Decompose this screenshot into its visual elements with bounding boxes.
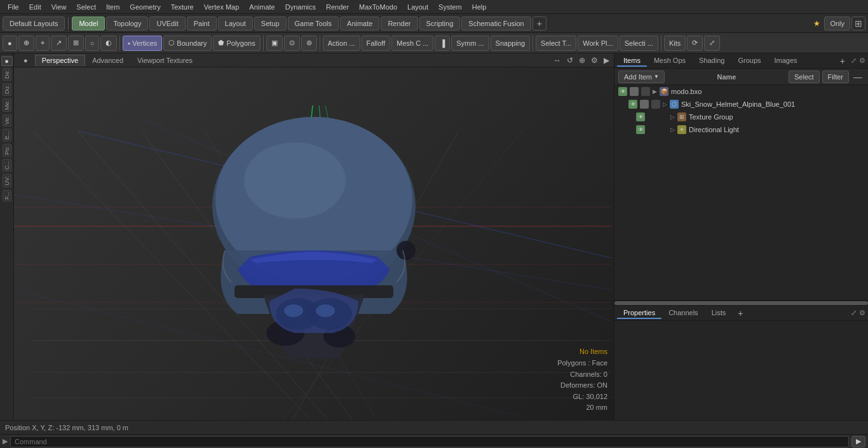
items-tab-items[interactable]: Items <box>617 55 647 67</box>
tab-schematic-fusion[interactable]: Schematic Fusion <box>461 17 531 31</box>
item-render[interactable] <box>651 100 660 109</box>
item-visibility[interactable]: 👁 <box>618 87 627 96</box>
menu-item-select[interactable]: Select <box>71 2 101 12</box>
list-item[interactable]: 👁 ▷ ⬡ Ski_Snow_Helmet_Alpina_Blue_001 <box>625 98 868 111</box>
menu-item-dynamics[interactable]: Dynamics <box>280 2 321 12</box>
props-tab-lists[interactable]: Lists <box>705 308 733 319</box>
list-item[interactable]: 👁 ▷ ⊞ Texture Group <box>632 111 868 123</box>
work-plane-button[interactable]: Work Pl... <box>578 36 618 51</box>
select-tool-button[interactable]: Select T... <box>536 36 576 51</box>
vp-tab-textures[interactable]: Viewport Textures <box>130 55 200 66</box>
mode-crosshair[interactable]: ⊕ <box>18 36 34 51</box>
props-settings-icon[interactable]: ⚙ <box>859 309 865 317</box>
mode-grid[interactable]: ⊞ <box>68 36 84 51</box>
falloff-button[interactable]: Falloff <box>362 36 391 51</box>
add-props-tab[interactable]: + <box>735 308 745 318</box>
vp-ctrl-move[interactable]: ↔ <box>552 55 563 65</box>
add-tab-button[interactable]: + <box>532 17 546 31</box>
tab-animate[interactable]: Animate <box>340 17 379 31</box>
items-list[interactable]: 👁 ▶ 📦 modo.bxo 👁 ▷ ⬡ Ski_Snow_Helmet_Alp… <box>614 85 868 300</box>
vp-ctrl-zoom[interactable]: ⊕ <box>577 55 587 65</box>
tab-scripting[interactable]: Scripting <box>419 17 461 31</box>
mode-circle[interactable]: ○ <box>85 36 100 51</box>
mode-arrow[interactable]: ↗ <box>51 36 67 51</box>
selecti-button[interactable]: Selecti ... <box>620 36 658 51</box>
only-button[interactable]: Only <box>824 17 850 31</box>
mode-dot[interactable]: ● <box>3 36 17 51</box>
menu-item-item[interactable]: Item <box>101 2 125 12</box>
item-visibility[interactable]: 👁 <box>636 112 645 121</box>
mode-halfcircle[interactable]: ◐ <box>100 36 117 51</box>
menu-item-animate[interactable]: Animate <box>244 2 280 12</box>
items-settings-icon[interactable]: ⚙ <box>859 57 865 65</box>
items-expand-icon[interactable]: ⤢ <box>851 57 857 65</box>
ls-f[interactable]: F... <box>3 190 11 201</box>
items-scrollbar[interactable] <box>614 300 868 305</box>
item-render[interactable] <box>641 87 650 96</box>
menu-item-vertex map[interactable]: Vertex Map <box>199 2 245 12</box>
add-item-button[interactable]: Add Item <box>618 71 665 83</box>
ls-e[interactable]: E... <box>3 129 11 142</box>
mesh-button[interactable]: Mesh C ... <box>391 36 433 51</box>
items-tab-shading[interactable]: Shading <box>693 55 731 67</box>
menu-item-maxtomodo[interactable]: MaxToModo <box>354 2 402 12</box>
item-expand[interactable]: ▷ <box>670 126 675 133</box>
vp-tab-dot[interactable]: ● <box>17 55 35 66</box>
item-lock[interactable] <box>640 100 649 109</box>
vp-ctrl-play[interactable]: ▶ <box>602 55 611 65</box>
tab-model[interactable]: Model <box>72 17 105 31</box>
menu-item-view[interactable]: View <box>46 2 72 12</box>
menu-item-file[interactable]: File <box>3 2 24 12</box>
item-lock[interactable] <box>630 87 639 96</box>
items-collapse-button[interactable]: — <box>851 72 864 82</box>
vp-tab-perspective[interactable]: Perspective <box>35 55 85 66</box>
viewport[interactable]: ● Perspective Advanced Viewport Textures… <box>14 53 614 420</box>
tab-render[interactable]: Render <box>381 17 417 31</box>
item-visibility[interactable]: 👁 <box>628 100 637 109</box>
ls-me[interactable]: Me: <box>3 98 11 112</box>
vp-tab-advanced[interactable]: Advanced <box>85 55 130 66</box>
item-expand[interactable]: ▶ <box>653 88 657 95</box>
vp-ctrl-settings[interactable]: ⚙ <box>589 55 600 65</box>
menu-item-texture[interactable]: Texture <box>166 2 199 12</box>
ls-dot[interactable]: ● <box>1 56 13 66</box>
menu-item-system[interactable]: System <box>433 2 467 12</box>
menu-item-edit[interactable]: Edit <box>24 2 46 12</box>
menu-item-help[interactable]: Help <box>467 2 492 12</box>
list-item[interactable]: 👁 ▶ 📦 modo.bxo <box>614 85 868 98</box>
props-tab-channels[interactable]: Channels <box>662 308 704 319</box>
symm-button[interactable]: Symm ... <box>451 36 489 51</box>
vp-ctrl-rotate[interactable]: ↺ <box>565 55 575 65</box>
items-scrollbar-thumb[interactable] <box>614 301 868 305</box>
command-go-button[interactable]: ▶ <box>851 436 865 447</box>
menu-item-render[interactable]: Render <box>321 2 354 12</box>
items-tab-images[interactable]: Images <box>768 55 804 67</box>
mode-square[interactable]: ▣ <box>266 36 283 51</box>
item-expand[interactable]: ▷ <box>670 114 675 120</box>
snapping-button[interactable]: Snapping <box>491 36 531 51</box>
kits-button[interactable]: Kits <box>664 36 686 51</box>
list-item[interactable]: 👁 ▷ ☀ Directional Light <box>632 123 868 136</box>
item-visibility[interactable]: 👁 <box>636 125 645 134</box>
ls-po[interactable]: Po: <box>3 144 11 157</box>
item-expand[interactable]: ▷ <box>663 101 667 107</box>
ls-c[interactable]: C... <box>3 159 11 172</box>
pipe-button[interactable]: ▐ <box>435 36 450 51</box>
tab-paint[interactable]: Paint <box>187 17 217 31</box>
mode-ring[interactable]: ⊙ <box>284 36 300 51</box>
layout-dropdown[interactable]: Default Layouts <box>3 17 65 31</box>
mode-polygons[interactable]: ⬟ Polygons <box>213 36 260 51</box>
expand-btn[interactable]: ⤢ <box>704 36 720 51</box>
items-select-button[interactable]: Select <box>789 71 820 83</box>
props-tab-properties[interactable]: Properties <box>617 308 661 319</box>
mode-target[interactable]: ⌖ <box>36 36 50 51</box>
expand-button[interactable]: ⊞ <box>851 17 865 31</box>
add-items-tab[interactable]: + <box>837 56 848 66</box>
tab-game-tools[interactable]: Game Tools <box>288 17 339 31</box>
mode-vertices[interactable]: ▪ Vertices <box>123 36 162 51</box>
ls-de[interactable]: De: <box>3 68 11 81</box>
menu-item-layout[interactable]: Layout <box>402 2 433 12</box>
ls-uv[interactable]: UV: <box>3 174 11 187</box>
command-input[interactable] <box>10 436 849 447</box>
ls-du[interactable]: Du: <box>3 83 11 96</box>
